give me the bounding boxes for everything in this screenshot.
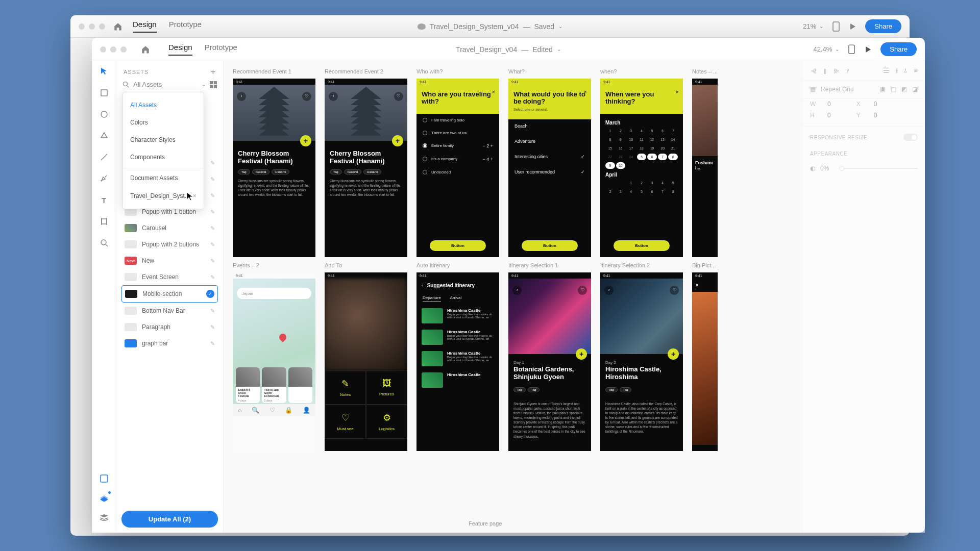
edit-component-icon[interactable]: ✎	[210, 241, 215, 248]
submit-button[interactable]: Button	[614, 240, 670, 251]
artboard[interactable]: 9:41 ‹Events♡ + Cherry Blossom Festival …	[233, 79, 315, 257]
align-right-icon[interactable]: ⫸	[833, 67, 840, 75]
canvas[interactable]: Recommended Event 19:41 ‹Events♡ + Cherr…	[224, 61, 802, 533]
play-icon[interactable]	[849, 23, 856, 30]
artboard-label[interactable]: Add To	[325, 262, 407, 269]
dropdown-character-styles[interactable]: Character Styles	[123, 131, 204, 148]
component-item[interactable]: Paragraph✎	[121, 319, 218, 335]
assets-panel-icon[interactable]	[99, 473, 109, 484]
edit-component-icon[interactable]: ✎	[210, 324, 215, 331]
artboard-label[interactable]: Who with?	[416, 68, 499, 76]
submit-button[interactable]: Button	[430, 240, 486, 251]
artboard-label[interactable]: Notes – ...	[692, 68, 718, 76]
close-icon[interactable]: ×	[492, 89, 495, 95]
component-item[interactable]: Carousel✎	[121, 220, 218, 236]
traffic-lights-inner[interactable]	[100, 46, 127, 53]
edit-component-icon[interactable]: ✎	[210, 308, 215, 314]
add-fab-icon[interactable]: +	[576, 348, 587, 360]
width-value[interactable]: 0	[827, 101, 831, 108]
align-bottom-icon[interactable]: ⫰	[904, 66, 908, 75]
align-center-h-icon[interactable]: ⫿	[823, 67, 827, 75]
outer-zoom[interactable]: 21% ⌄	[803, 22, 823, 30]
zoom-tool-icon[interactable]	[99, 238, 109, 248]
artboard-label[interactable]: Events – 2	[233, 262, 315, 269]
artboard-label[interactable]: Itinerary Selection 2	[600, 262, 683, 269]
back-icon[interactable]: ‹	[422, 283, 423, 288]
search-icon[interactable]	[122, 81, 129, 88]
align-middle-icon[interactable]: ⫲	[896, 66, 898, 75]
chevron-down-icon[interactable]: ⌄	[558, 23, 562, 29]
component-item[interactable]: Popup with 2 buttons✎	[121, 236, 218, 253]
height-value[interactable]: 0	[827, 112, 831, 119]
add-fab-icon[interactable]: +	[668, 348, 679, 360]
edit-component-icon[interactable]: ✎	[210, 209, 215, 215]
outer-tab-prototype[interactable]: Prototype	[169, 20, 202, 33]
traffic-lights[interactable]	[79, 23, 105, 30]
edit-component-icon[interactable]: ✎	[210, 160, 215, 166]
artboard[interactable]: 9:41 ×	[692, 272, 718, 451]
close-icon[interactable]: ×	[676, 89, 679, 95]
artboard-label[interactable]: What?	[508, 68, 591, 76]
dropdown-document-assets[interactable]: Document Assets	[123, 168, 204, 187]
artboard[interactable]: 9:41 Fushimi I...	[692, 79, 718, 257]
artboard-label[interactable]: Recommended Event 2	[325, 68, 407, 76]
distribute-h-icon[interactable]: ☰	[883, 66, 890, 75]
grid-view-icon[interactable]	[210, 81, 217, 88]
boolean-intersect-icon[interactable]: ◩	[901, 86, 907, 93]
dropdown-components[interactable]: Components	[123, 148, 204, 166]
select-tool-icon[interactable]	[99, 66, 109, 77]
bottom-nav[interactable]: ⌂🔍♡🔒👤	[233, 404, 315, 416]
artboard[interactable]: 9:41 ‹♡ + Day 1 Botanical Gardens, Shinj…	[508, 272, 591, 451]
artboard-label[interactable]: Recommended Event 1	[233, 68, 315, 76]
pen-tool-icon[interactable]	[99, 173, 109, 184]
heart-icon[interactable]: ♡	[578, 286, 587, 295]
dropdown-colors[interactable]: Colors	[123, 114, 204, 131]
y-value[interactable]: 0	[874, 112, 877, 119]
artboard-tool-icon[interactable]	[99, 216, 109, 227]
component-item[interactable]: Event Screen✎	[121, 269, 218, 285]
edit-component-icon[interactable]: ✎	[210, 192, 215, 199]
outer-tab-design[interactable]: Design	[133, 20, 157, 33]
inner-tab-prototype[interactable]: Prototype	[205, 43, 237, 56]
artboard-label[interactable]: Big Pict...	[692, 262, 718, 269]
boolean-exclude-icon[interactable]: ◪	[912, 86, 918, 93]
responsive-toggle[interactable]	[903, 134, 918, 141]
add-fab-icon[interactable]: +	[392, 135, 403, 146]
heart-icon[interactable]: ♡	[302, 92, 311, 101]
rectangle-tool-icon[interactable]	[99, 88, 109, 98]
add-asset-icon[interactable]: +	[211, 67, 216, 77]
heart-icon[interactable]: ♡	[670, 286, 679, 295]
close-icon[interactable]: ×	[584, 89, 587, 95]
edit-component-icon[interactable]: ✎	[210, 176, 215, 183]
artboard[interactable]: 9:41 ‹♡ + Day 2 Hiroshima Castle, Hirosh…	[600, 272, 683, 451]
add-fab-icon[interactable]: +	[300, 135, 311, 146]
artboard[interactable]: 9:41 ‹Suggested itinerary DepartureArriv…	[416, 272, 499, 451]
close-icon[interactable]: ×	[692, 279, 718, 292]
home-icon[interactable]	[113, 22, 122, 31]
layers-icon[interactable]	[99, 512, 109, 522]
edit-component-icon[interactable]: ✎	[210, 274, 215, 281]
opacity-value[interactable]: 0%	[820, 165, 829, 172]
distribute-v-icon[interactable]: ≡	[914, 66, 918, 75]
chevron-down-icon-inner[interactable]: ⌄	[557, 46, 561, 52]
inner-zoom[interactable]: 42.4% ⌄	[813, 45, 839, 53]
component-item[interactable]: Mobile-section✓	[121, 285, 218, 303]
addto-notes[interactable]: ✎Notes	[325, 370, 366, 405]
back-icon[interactable]: ‹	[329, 92, 338, 101]
artboard[interactable]: 9:41 ‹Events♡ + Cherry Blossom Festival …	[325, 79, 407, 257]
home-icon-inner[interactable]	[141, 45, 150, 54]
libraries-icon[interactable]	[99, 493, 109, 503]
play-icon-inner[interactable]	[864, 46, 871, 53]
line-tool-icon[interactable]	[99, 152, 109, 162]
device-preview-icon-inner[interactable]	[848, 44, 855, 54]
x-value[interactable]: 0	[874, 101, 877, 108]
artboard[interactable]: 9:41 Japan Sapporo snow Festival4 daysTo…	[233, 272, 315, 451]
align-top-icon[interactable]: ⫯	[846, 67, 850, 75]
ellipse-tool-icon[interactable]	[99, 109, 109, 119]
artboard-label[interactable]: Auto Itirenary	[416, 262, 499, 269]
inner-tab-design[interactable]: Design	[168, 43, 192, 56]
outer-share-button[interactable]: Share	[865, 19, 901, 33]
edit-component-icon[interactable]: ✎	[210, 225, 215, 232]
map-search[interactable]: Japan	[237, 288, 311, 299]
component-item[interactable]: Bottom Nav Bar✎	[121, 303, 218, 319]
